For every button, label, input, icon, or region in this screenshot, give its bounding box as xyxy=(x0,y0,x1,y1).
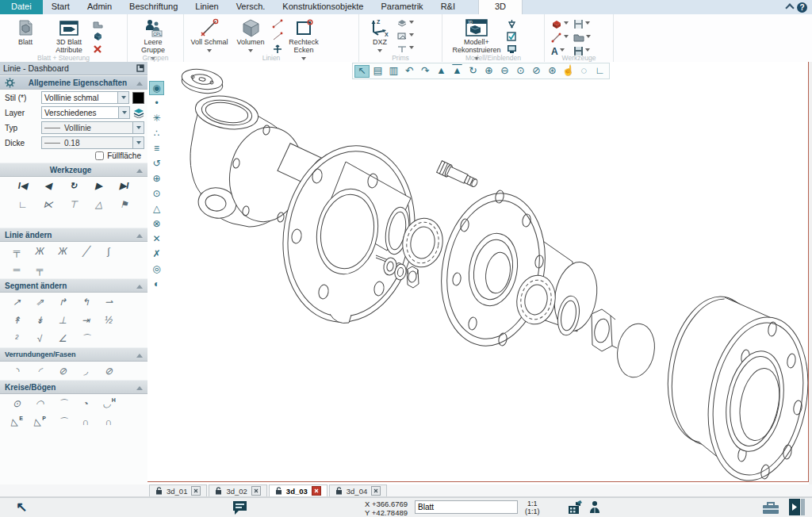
prism-sheet-icon[interactable] xyxy=(396,31,414,41)
blatt-attribute-button[interactable]: 3D Blatt Attribute xyxy=(46,17,92,55)
wheel-hub[interactable] xyxy=(430,185,602,354)
extend-line-icon[interactable]: ╱ xyxy=(75,244,97,258)
grease-cap[interactable] xyxy=(613,321,658,381)
open-folder-icon[interactable] xyxy=(573,32,591,44)
fuellflaeche-checkbox[interactable] xyxy=(95,151,104,160)
remove-fillet-icon[interactable]: ⊘ xyxy=(52,364,74,377)
exit-application-icon[interactable] xyxy=(789,499,805,515)
perpendicular-icon[interactable]: ⊥ xyxy=(52,313,74,327)
circle-tangent-icon[interactable]: ◔ xyxy=(75,396,97,410)
snap-curve-icon[interactable]: ↺ xyxy=(149,156,164,170)
shorten-icon[interactable]: ↡ xyxy=(29,313,51,327)
line-segment2-icon[interactable] xyxy=(272,31,283,41)
arc-open-icon[interactable]: ∩ xyxy=(75,415,97,428)
dust-cap[interactable] xyxy=(180,67,224,97)
zoom-sheet-icon[interactable]: ▲ xyxy=(434,65,449,78)
part-red-icon[interactable] xyxy=(551,18,569,30)
save-copy-icon[interactable]: ▥ xyxy=(386,65,401,78)
zoom-all-icon[interactable]: ⊛ xyxy=(545,65,560,78)
lasso-select-icon[interactable]: ◌ xyxy=(576,65,592,78)
help-icon[interactable]: ? xyxy=(797,2,807,13)
menu-datei[interactable]: Datei xyxy=(0,0,43,14)
circle-center-icon[interactable]: ⊙ xyxy=(6,396,28,410)
remove-chamfer-icon[interactable]: ⊘ xyxy=(98,364,120,377)
user-icon[interactable] xyxy=(588,500,601,515)
select-mode-icon[interactable]: ↖ xyxy=(16,500,27,514)
line-segment-icon[interactable] xyxy=(272,18,283,29)
save-small-icon[interactable] xyxy=(573,18,591,30)
section-segment-aendern[interactable]: Segment ändern xyxy=(0,278,147,293)
sketch-line-icon[interactable] xyxy=(551,32,569,44)
parabola-icon[interactable]: ◺P xyxy=(29,415,51,428)
menu-admin[interactable]: Admin xyxy=(79,0,121,14)
snap-point-icon[interactable]: • xyxy=(149,96,164,110)
previous-icon[interactable]: ◀ xyxy=(38,179,59,193)
prism-t-icon[interactable] xyxy=(396,44,414,54)
snap-center-icon[interactable]: ⊙ xyxy=(149,186,164,201)
arc-radius-icon[interactable]: ⌒ xyxy=(52,396,74,410)
reload-icon[interactable]: ↻ xyxy=(63,179,85,193)
world-alt-icon[interactable]: ◐ xyxy=(149,277,164,291)
voll-schmal-button[interactable]: Voll Schmal xyxy=(189,17,230,55)
pin-window-icon[interactable] xyxy=(136,64,144,72)
zoom-window-icon[interactable]: ⊙ xyxy=(513,65,528,78)
snap-end-icon[interactable]: ⇥ xyxy=(75,313,97,327)
fillet-all-icon[interactable]: ◜ xyxy=(29,364,51,377)
pan-icon[interactable]: ☝ xyxy=(561,65,576,78)
lengthen-icon[interactable]: ↟ xyxy=(6,313,28,327)
toolbox-icon[interactable] xyxy=(761,500,780,515)
half-divide-icon[interactable]: ½ xyxy=(98,313,120,327)
split-line-icon[interactable]: ╤ xyxy=(6,244,28,258)
menu-versch[interactable]: Versch. xyxy=(228,0,274,14)
tab-3d-04[interactable]: 3d_04 xyxy=(329,484,387,496)
volumen-button[interactable]: Volumen xyxy=(230,17,271,55)
last-icon[interactable]: ▶I xyxy=(114,179,136,193)
line-endpoints-icon[interactable]: ═ xyxy=(6,262,28,276)
delete-small-icon[interactable]: ✗ xyxy=(149,247,164,261)
mirror-segment-icon[interactable]: ↰ xyxy=(75,295,97,308)
measure-icon[interactable]: ∟ xyxy=(592,65,607,78)
menu-linien[interactable]: Linien xyxy=(186,0,227,14)
section-linie-aendern[interactable]: Linie ändern xyxy=(0,228,147,242)
stretch-segment-icon[interactable]: ⇀ xyxy=(98,295,120,308)
coordinate-list-icon[interactable]: ≡ xyxy=(149,141,164,155)
lamp-icon[interactable] xyxy=(507,18,517,29)
fillet-icon[interactable]: ◝ xyxy=(6,364,28,377)
move-segment-icon[interactable]: ↗ xyxy=(6,295,28,308)
tab-3d-01[interactable]: 3d_01 xyxy=(149,484,207,496)
delete-red-icon[interactable] xyxy=(93,44,103,54)
menu-beschriftung[interactable]: Beschriftung xyxy=(121,0,186,14)
rotate-segment-icon[interactable]: ↱ xyxy=(52,295,74,308)
tab-3d-03-active[interactable]: 3d_03 xyxy=(269,484,327,496)
close-tab-icon[interactable] xyxy=(191,486,201,496)
collapse-ribbon-icon[interactable] xyxy=(786,5,794,10)
menu-ri[interactable]: R&I xyxy=(432,0,464,14)
chamfer-icon[interactable]: ◞ xyxy=(75,364,97,377)
section-verrundungen-fasen[interactable]: Verrundungen/Fasen xyxy=(0,347,147,362)
next-icon[interactable]: ▶ xyxy=(89,179,110,193)
menu-parametrik[interactable]: Parametrik xyxy=(372,0,431,14)
section-allgemeine-eigenschaften[interactable]: Allgemeine Eigenschaften xyxy=(0,75,147,90)
redo-icon[interactable]: ↷ xyxy=(418,65,433,78)
snap-gridpoint-icon[interactable]: ∴ xyxy=(149,126,164,140)
shape-tool-icon[interactable] xyxy=(93,18,103,29)
line-color-swatch[interactable] xyxy=(132,92,144,104)
hex-nut[interactable] xyxy=(407,266,419,288)
layers-icon[interactable] xyxy=(133,108,144,118)
arc-segment-icon[interactable]: ⌒ xyxy=(75,331,97,345)
corner-trim-icon[interactable]: ∟ xyxy=(13,197,34,211)
root-divide-icon[interactable]: √ xyxy=(29,331,51,345)
zoom-out-icon[interactable]: ⊖ xyxy=(497,65,512,78)
arc-h-icon[interactable]: ◡H xyxy=(98,396,120,410)
regenerate-icon[interactable]: ↻ xyxy=(465,65,481,78)
wheel-stud[interactable] xyxy=(437,161,480,190)
close-tab-icon[interactable] xyxy=(251,486,261,496)
undo-icon[interactable]: ↶ xyxy=(402,65,417,78)
angle-segment-icon[interactable]: ∠ xyxy=(52,331,74,345)
active-part-input[interactable] xyxy=(415,500,518,514)
close-tab-icon[interactable] xyxy=(371,486,381,496)
snap-intersection-icon[interactable]: ✳ xyxy=(149,111,164,125)
drawing-manager-icon[interactable] xyxy=(566,500,584,515)
save-icon[interactable]: ▤ xyxy=(370,65,385,78)
tab-3d-02[interactable]: 3d_02 xyxy=(209,484,266,496)
